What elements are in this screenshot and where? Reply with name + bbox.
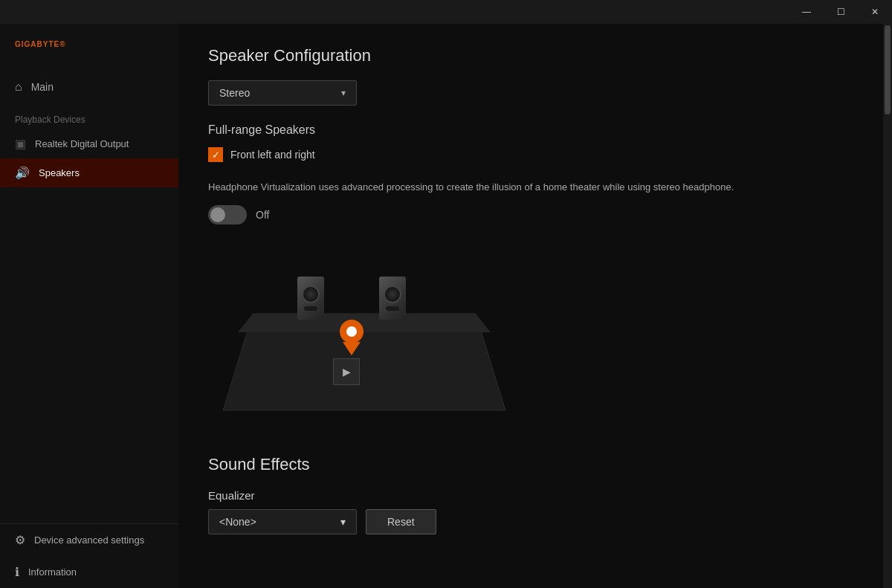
speaker-right-cone bbox=[384, 285, 401, 303]
listener-position-pin bbox=[338, 318, 365, 358]
sound-effects-section: Sound Effects Equalizer <None> ▾ Reset bbox=[208, 455, 853, 534]
playback-devices-label: Playback Devices bbox=[0, 103, 178, 129]
equalizer-value: <None> bbox=[219, 516, 256, 528]
realtek-label: Realtek Digital Output bbox=[35, 138, 129, 149]
sidebar-item-speakers[interactable]: 🔊 Speakers bbox=[0, 158, 178, 187]
speaker-right-port bbox=[386, 306, 399, 311]
toggle-row: Off bbox=[208, 205, 853, 224]
sidebar: GIGABYTE® ⌂ Main Playback Devices ▣ Real… bbox=[0, 24, 178, 588]
brand-name: GIGABYTE bbox=[15, 40, 59, 48]
speaker-left-body bbox=[297, 277, 324, 320]
equalizer-row: <None> ▾ Reset bbox=[208, 509, 853, 534]
toggle-off-label: Off bbox=[256, 209, 269, 221]
sidebar-item-main[interactable]: ⌂ Main bbox=[0, 71, 178, 103]
play-icon: ▶ bbox=[343, 366, 351, 378]
information-label: Information bbox=[28, 566, 77, 578]
svg-point-3 bbox=[346, 326, 357, 337]
chevron-down-icon: ▾ bbox=[341, 88, 346, 98]
full-range-checkbox-row: ✓ Front left and right bbox=[208, 147, 853, 162]
speaker-left[interactable] bbox=[297, 277, 324, 320]
home-icon: ⌂ bbox=[15, 80, 22, 94]
minimize-button[interactable]: — bbox=[789, 0, 824, 24]
equalizer-dropdown[interactable]: <None> ▾ bbox=[208, 509, 357, 534]
full-range-title: Full-range Speakers bbox=[208, 123, 853, 137]
info-icon: ℹ bbox=[15, 565, 19, 579]
close-button[interactable]: ✕ bbox=[858, 0, 892, 24]
sidebar-item-realtek[interactable]: ▣ Realtek Digital Output bbox=[0, 129, 178, 158]
svg-marker-4 bbox=[343, 342, 361, 355]
main-content: Speaker Configuration Stereo ▾ Full-rang… bbox=[178, 24, 883, 588]
speaker-left-port bbox=[304, 306, 317, 311]
pin-svg bbox=[338, 318, 365, 355]
sound-effects-title: Sound Effects bbox=[208, 455, 853, 474]
device-advanced-label: Device advanced settings bbox=[34, 534, 144, 546]
speakers-label: Speakers bbox=[39, 167, 80, 178]
maximize-button[interactable]: ☐ bbox=[824, 0, 858, 24]
speaker-right-body bbox=[379, 277, 406, 320]
speakers-icon: 🔊 bbox=[15, 166, 30, 180]
headphone-virtualization-text: Headphone Virtualization uses advanced p… bbox=[208, 180, 818, 195]
equalizer-label: Equalizer bbox=[208, 489, 853, 502]
reset-button[interactable]: Reset bbox=[366, 509, 436, 534]
speaker-left-cone bbox=[302, 285, 320, 303]
main-nav-label: Main bbox=[31, 81, 54, 93]
speaker-config-section: Speaker Configuration Stereo ▾ Full-rang… bbox=[208, 46, 853, 425]
title-bar: — ☐ ✕ bbox=[0, 0, 892, 24]
speaker-config-value: Stereo bbox=[219, 87, 250, 99]
headphone-virtualization-toggle[interactable] bbox=[208, 205, 247, 224]
chevron-down-icon: ▾ bbox=[340, 516, 346, 528]
toggle-knob bbox=[210, 207, 225, 222]
scrollbar-thumb[interactable] bbox=[885, 25, 891, 114]
speaker-test-play-button[interactable]: ▶ bbox=[333, 358, 360, 385]
speaker-right[interactable] bbox=[379, 277, 406, 320]
speaker-visualization: ▶ bbox=[208, 247, 520, 425]
speaker-config-dropdown[interactable]: Stereo ▾ bbox=[208, 80, 357, 106]
front-left-right-label: Front left and right bbox=[230, 149, 315, 161]
digital-output-icon: ▣ bbox=[15, 137, 26, 151]
brand-sup: ® bbox=[59, 40, 65, 48]
brand-logo: GIGABYTE® bbox=[0, 24, 178, 71]
sidebar-bottom: ⚙ Device advanced settings ℹ Information bbox=[0, 523, 178, 588]
device-advanced-settings-item[interactable]: ⚙ Device advanced settings bbox=[0, 524, 178, 556]
front-left-right-checkbox[interactable]: ✓ bbox=[208, 147, 223, 162]
speaker-config-dropdown-wrapper: Stereo ▾ bbox=[208, 80, 853, 106]
gear-icon: ⚙ bbox=[15, 533, 25, 547]
speaker-config-title: Speaker Configuration bbox=[208, 46, 853, 65]
information-item[interactable]: ℹ Information bbox=[0, 556, 178, 588]
scrollbar-track bbox=[883, 24, 892, 588]
